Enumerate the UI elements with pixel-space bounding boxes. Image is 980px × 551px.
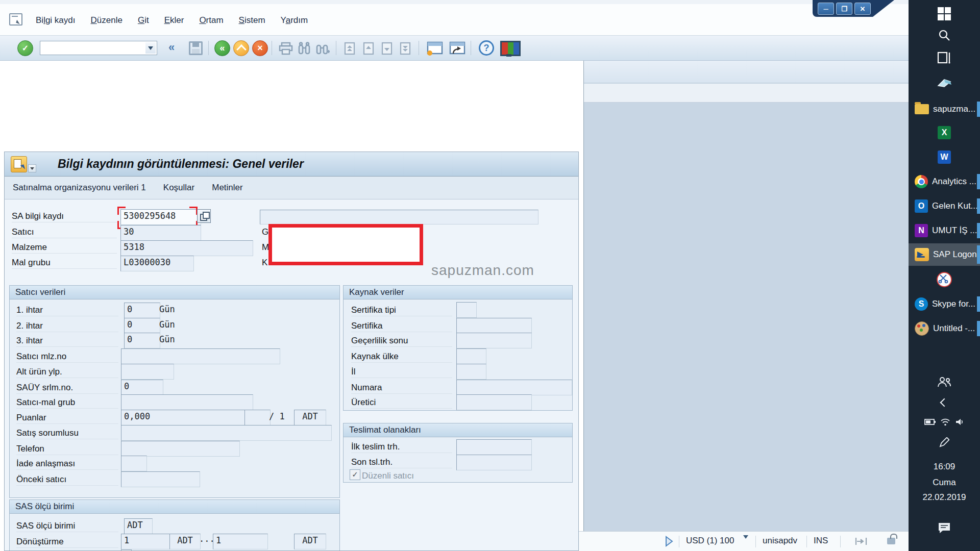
label-2-ihtar: 2. ihtar bbox=[16, 320, 118, 332]
field-subrange[interactable] bbox=[121, 364, 174, 380]
pen-button[interactable] bbox=[909, 435, 980, 450]
field-vendor-mat-group[interactable] bbox=[121, 394, 253, 410]
people-button[interactable] bbox=[909, 373, 980, 391]
button-texts[interactable]: Metinler bbox=[212, 183, 242, 193]
next-page-icon[interactable] bbox=[380, 41, 394, 56]
label-uom: SAS ölçü birimi bbox=[16, 520, 118, 532]
taskbar-item-outlook[interactable]: O Gelen Kut... bbox=[909, 197, 980, 215]
minimize-button[interactable]: ─ bbox=[818, 3, 834, 15]
cancel-button[interactable]: × bbox=[252, 40, 268, 56]
show-hidden-icons-button[interactable] bbox=[909, 396, 980, 409]
system-menu-icon[interactable] bbox=[9, 13, 22, 26]
taskbar-item-paint[interactable]: Untitled -... bbox=[909, 319, 980, 338]
taskbar-item-onenote[interactable]: N UMUT İŞ ... bbox=[909, 221, 980, 240]
last-page-icon[interactable] bbox=[399, 41, 412, 56]
battery-icon[interactable] bbox=[924, 418, 936, 425]
volume-icon[interactable] bbox=[955, 418, 964, 426]
taskbar-item-word[interactable]: W bbox=[909, 148, 980, 166]
field-first-delivery[interactable] bbox=[456, 439, 532, 455]
vendor-field[interactable]: 30 bbox=[120, 225, 201, 241]
menu-item-yardim[interactable]: Yardım bbox=[281, 15, 308, 26]
menu-item-git[interactable]: Git bbox=[138, 15, 149, 26]
start-button[interactable] bbox=[909, 4, 980, 23]
services-for-object-icon[interactable] bbox=[11, 156, 27, 172]
field-previous-vendor[interactable] bbox=[121, 471, 200, 487]
button-conditions[interactable]: Koşullar bbox=[163, 183, 194, 193]
multiple-values-button[interactable] bbox=[197, 209, 211, 223]
status-tab-icon[interactable] bbox=[854, 536, 868, 546]
exit-button[interactable] bbox=[233, 40, 249, 56]
collapse-icon[interactable]: « bbox=[168, 41, 175, 54]
field-return-agreement[interactable] bbox=[121, 456, 147, 471]
field-telephone[interactable] bbox=[121, 441, 240, 457]
taskbar-item-sapuzman-folder[interactable]: sapuzma... bbox=[909, 100, 980, 118]
field-1-ihtar[interactable]: 0 bbox=[124, 303, 160, 318]
enter-button[interactable]: ✓ bbox=[17, 40, 33, 56]
wifi-icon[interactable] bbox=[940, 418, 950, 426]
field-vendor-mat-no[interactable] bbox=[121, 348, 280, 364]
new-session-icon[interactable] bbox=[426, 41, 443, 56]
close-button[interactable]: ✕ bbox=[854, 3, 871, 15]
regular-vendor-checkbox[interactable]: ✓ bbox=[350, 469, 360, 480]
taskbar-item-sap-logon[interactable]: SAP Logon bbox=[909, 243, 980, 266]
field-valid-to[interactable] bbox=[456, 333, 532, 348]
print-icon[interactable] bbox=[278, 42, 293, 55]
field-points-unit[interactable]: ADT bbox=[294, 410, 326, 425]
field-3-ihtar[interactable]: 0 bbox=[124, 333, 160, 348]
menu-item-ortam[interactable]: Ortam bbox=[199, 15, 223, 26]
help-icon[interactable]: ? bbox=[479, 40, 494, 56]
field-certificate[interactable] bbox=[456, 318, 532, 334]
material-group-field[interactable]: L03000030 bbox=[120, 256, 194, 271]
field-manufacturer[interactable] bbox=[456, 394, 532, 410]
clock-date[interactable]: 22.02.2019 bbox=[909, 492, 980, 503]
field-conversion-unit-2[interactable]: ADT bbox=[294, 534, 326, 549]
field-conversion-1[interactable]: 1 bbox=[121, 534, 173, 549]
task-view-button[interactable] bbox=[909, 49, 980, 66]
pinned-app-button[interactable] bbox=[909, 72, 980, 93]
first-page-icon[interactable] bbox=[343, 41, 356, 56]
title-bar: Bilgi kaydının görüntülenmesi: Genel ver… bbox=[5, 152, 578, 177]
action-center-button[interactable] bbox=[909, 519, 980, 537]
field-uom[interactable]: ADT bbox=[124, 518, 153, 534]
field-last-delivery[interactable] bbox=[456, 455, 532, 470]
clock-day[interactable]: Cuma bbox=[909, 478, 980, 488]
field-region[interactable] bbox=[456, 364, 486, 380]
info-record-description-field[interactable] bbox=[260, 210, 538, 224]
button-purchasing-org-data[interactable]: Satınalma organizasyonu verileri 1 bbox=[13, 183, 146, 193]
back-button[interactable]: « bbox=[214, 40, 230, 56]
create-shortcut-icon[interactable] bbox=[448, 41, 465, 56]
snipping-tool-icon bbox=[937, 272, 952, 287]
command-field[interactable] bbox=[40, 41, 157, 55]
field-number[interactable] bbox=[456, 380, 572, 395]
customize-layout-icon[interactable] bbox=[500, 41, 521, 56]
taskbar-item-analytics[interactable]: Analytics ... bbox=[909, 172, 980, 191]
menu-item-sistem[interactable]: Sistem bbox=[239, 15, 265, 26]
status-expand-icon[interactable] bbox=[665, 536, 674, 547]
field-country-origin[interactable] bbox=[456, 348, 486, 364]
clock-time[interactable]: 16:09 bbox=[909, 462, 980, 472]
taskbar-item-excel[interactable]: X bbox=[909, 123, 980, 142]
material-field[interactable]: 5318 bbox=[120, 240, 253, 256]
previous-page-icon[interactable] bbox=[362, 41, 375, 56]
save-icon[interactable] bbox=[189, 41, 203, 55]
find-icon[interactable] bbox=[297, 41, 311, 56]
menu-item-bilgi-kaydi[interactable]: Bilgi kaydı bbox=[36, 15, 76, 26]
search-button[interactable] bbox=[909, 27, 980, 44]
find-next-icon[interactable] bbox=[315, 41, 330, 56]
command-dropdown-icon[interactable] bbox=[145, 42, 156, 54]
field-2-ihtar[interactable]: 0 bbox=[124, 318, 160, 334]
field-points-2[interactable] bbox=[244, 410, 271, 425]
field-sauy-no[interactable]: 0 bbox=[121, 380, 163, 395]
field-sales-person[interactable] bbox=[121, 425, 332, 441]
menu-item-ekler[interactable]: Ekler bbox=[164, 15, 184, 26]
taskbar-item-skype[interactable]: S Skype for... bbox=[909, 295, 980, 313]
status-currency-dropdown-icon[interactable] bbox=[743, 539, 748, 549]
field-conversion-unit-1[interactable]: ADT bbox=[169, 534, 201, 549]
taskbar-item-snipping-tool[interactable] bbox=[909, 270, 980, 289]
field-points[interactable]: 0,000 bbox=[121, 410, 247, 425]
field-cert-type[interactable] bbox=[456, 302, 477, 318]
menu-item-duzenle[interactable]: Düzenle bbox=[91, 15, 122, 26]
restore-button[interactable]: ❐ bbox=[836, 3, 852, 15]
services-dropdown-icon[interactable] bbox=[28, 164, 36, 172]
field-conversion-2[interactable]: 1 bbox=[213, 534, 268, 549]
